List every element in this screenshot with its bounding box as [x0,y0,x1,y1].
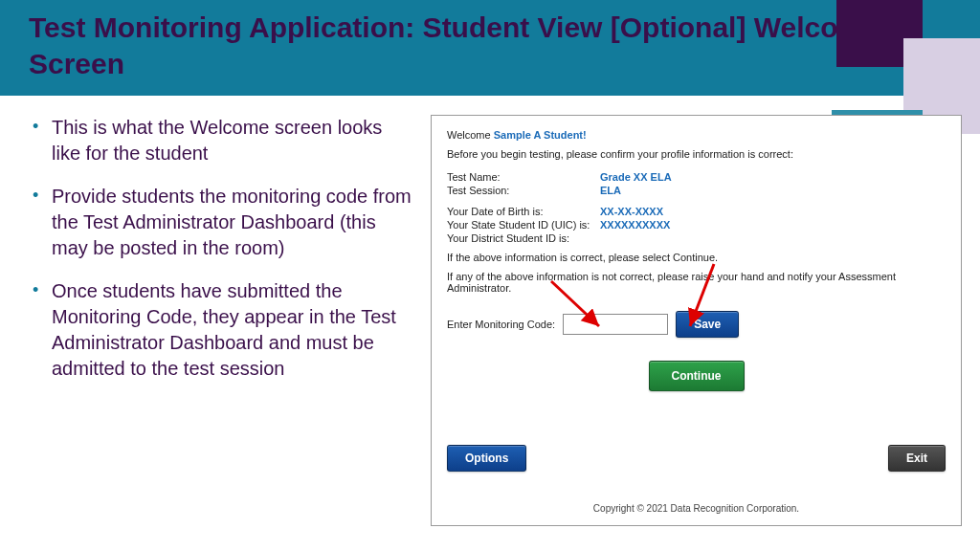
copyright-text: Copyright © 2021 Data Recognition Corpor… [432,503,961,514]
monitoring-code-input[interactable] [563,314,668,335]
student-name: Sample A Student! [494,129,587,141]
label-test-name: Test Name: [447,171,600,183]
monitoring-code-label: Enter Monitoring Code: [447,319,555,330]
slide-header: Test Monitoring Application: Student Vie… [0,0,980,96]
row-test-session: Test Session: ELA [447,185,946,196]
label-dob: Your Date of Birth is: [447,206,600,217]
bullet-item: This is what the Welcome screen looks li… [29,115,412,166]
slide-content: This is what the Welcome screen looks li… [0,96,980,536]
options-button[interactable]: Options [447,445,526,472]
welcome-line: Welcome Sample A Student! [447,129,946,141]
continue-button[interactable]: Continue [649,361,745,391]
bullet-list: This is what the Welcome screen looks li… [29,115,412,526]
row-dob: Your Date of Birth is: XX-XX-XXXX [447,206,946,217]
slide-title: Test Monitoring Application: Student Vie… [29,10,951,81]
bullet-item: Provide students the monitoring code fro… [29,184,412,261]
row-uic: Your State Student ID (UIC) is: XXXXXXXX… [447,219,946,231]
value-dob: XX-XX-XXXX [600,206,663,217]
label-district-id: Your District Student ID is: [447,232,600,244]
confirm-text: Before you begin testing, please confirm… [447,148,946,160]
welcome-prefix: Welcome [447,129,494,141]
save-button[interactable]: Save [676,311,739,338]
monitoring-code-row: Enter Monitoring Code: Save [447,311,946,338]
value-test-name: Grade XX ELA [600,171,672,183]
continue-row: Continue [447,361,946,391]
label-test-session: Test Session: [447,185,600,196]
row-test-name: Test Name: Grade XX ELA [447,171,946,183]
label-uic: Your State Student ID (UIC) is: [447,219,600,231]
value-uic: XXXXXXXXXX [600,219,670,231]
bottom-button-row: Options Exit [447,445,946,472]
instruction-incorrect: If any of the above information is not c… [447,271,946,294]
value-test-session: ELA [600,185,621,196]
exit-button[interactable]: Exit [888,445,946,472]
row-district-id: Your District Student ID is: [447,232,946,244]
instruction-correct: If the above information is correct, ple… [447,252,946,263]
bullet-item: Once students have submitted the Monitor… [29,278,412,382]
welcome-screen-frame: Welcome Sample A Student! Before you beg… [431,115,962,526]
